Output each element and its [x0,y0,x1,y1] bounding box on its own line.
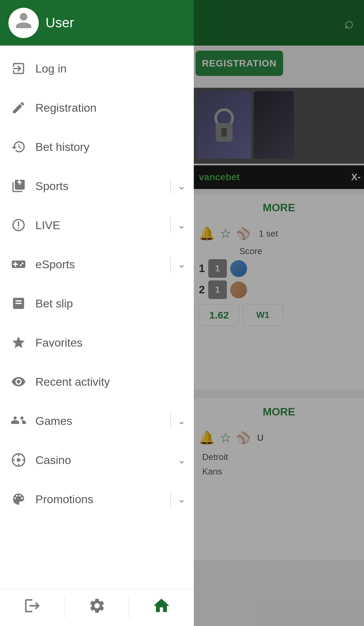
esports-icon [8,254,29,274]
sidebar-item-bet-slip[interactable]: Bet slip [0,284,194,323]
sidebar-item-sports[interactable]: Sports ⌄ [0,166,194,206]
casino-icon [8,450,29,470]
casino-chevron-icon: ⌄ [178,455,185,466]
promotions-divider [170,492,171,507]
favorites-star-icon [8,332,29,353]
esports-chevron-icon: ⌄ [178,259,185,270]
sports-chevron-icon: ⌄ [178,181,185,192]
bottom-nav-settings[interactable] [65,589,129,626]
live-label: LIVE [35,219,170,232]
user-name-label: User [46,15,74,30]
recent-activity-label: Recent activity [35,375,185,388]
login-label: Log in [35,62,185,75]
promotions-label: Promotions [35,493,170,506]
sidebar-header: User [0,0,194,46]
settings-icon [88,597,106,618]
sports-divider [170,179,171,194]
registration-icon [8,98,29,118]
background-overlay [194,0,364,626]
user-avatar-icon [14,11,33,34]
live-chevron-icon: ⌄ [178,220,185,231]
games-icon [8,411,29,431]
live-icon [8,215,29,235]
casino-label: Casino [35,454,178,467]
live-divider [170,218,171,233]
eye-icon [8,372,29,392]
bottom-nav-logout[interactable] [0,589,65,626]
sidebar-item-games[interactable]: Games ⌄ [0,401,194,440]
home-icon [152,596,171,619]
sidebar-item-favorites[interactable]: Favorites [0,323,194,362]
sidebar-item-promotions[interactable]: Promotions ⌄ [0,480,194,519]
sidebar-item-login[interactable]: Log in [0,49,194,88]
promotions-icon [8,489,29,509]
sports-label: Sports [35,180,170,193]
bet-slip-label: Bet slip [35,297,185,310]
games-label: Games [35,414,170,428]
sports-icon [8,176,29,196]
sidebar-menu: User Log in Registration [0,0,194,626]
svg-point-4 [17,458,21,462]
login-icon [8,58,29,79]
history-icon [8,137,29,157]
sidebar-item-casino[interactable]: Casino ⌄ [0,440,194,480]
games-chevron-icon: ⌄ [178,415,185,427]
sidebar-menu-list: Log in Registration Bet history [0,46,194,589]
bottom-navigation [0,589,194,626]
promotions-chevron-icon: ⌄ [178,494,185,505]
sidebar-item-registration[interactable]: Registration [0,88,194,127]
sidebar-item-esports[interactable]: eSports ⌄ [0,245,194,284]
bet-history-label: Bet history [35,140,185,154]
sidebar-item-bet-history[interactable]: Bet history [0,127,194,166]
registration-label: Registration [35,101,185,114]
favorites-label: Favorites [35,336,185,349]
sidebar-item-recent-activity[interactable]: Recent activity [0,362,194,401]
user-avatar [8,8,39,38]
betslip-icon [8,293,29,314]
logout-icon [24,597,41,618]
esports-label: eSports [35,258,170,271]
sidebar-item-live[interactable]: LIVE ⌄ [0,206,194,245]
bottom-nav-home[interactable] [129,589,194,626]
games-divider [170,413,171,429]
esports-divider [170,257,171,272]
